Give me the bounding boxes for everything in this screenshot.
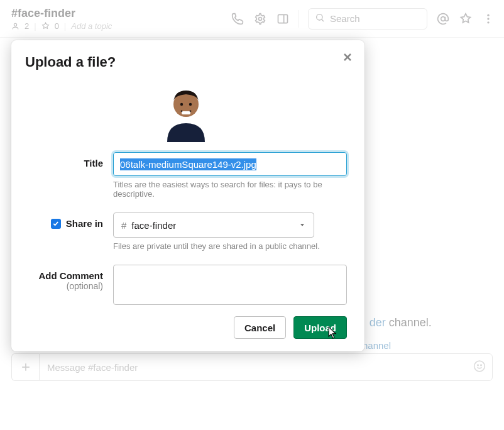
upload-file-modal: Upload a file? Title 06talk-mediumSquare… [11,40,364,351]
title-value: 06talk-mediumSquare149-v2.jpg [120,158,256,170]
title-input[interactable]: 06talk-mediumSquare149-v2.jpg [113,152,347,176]
share-checkbox[interactable] [51,219,61,229]
svg-point-22 [180,103,183,106]
share-help: Files are private until they are shared … [113,241,347,251]
comment-textarea[interactable] [113,265,347,305]
share-channel-value: face-finder [131,220,176,231]
share-row: Share in # face-finder Files are private… [25,212,347,261]
title-row: Title 06talk-mediumSquare149-v2.jpg Titl… [25,152,347,209]
modal-title: Upload a file? [25,54,347,70]
comment-row: Add Comment (optional) [25,265,347,307]
upload-button[interactable]: Upload [293,316,347,339]
hash-icon: # [121,220,126,231]
comment-label: Add Comment [39,270,104,281]
file-preview [155,79,217,142]
svg-point-23 [189,103,192,106]
svg-rect-24 [182,111,190,114]
cancel-button[interactable]: Cancel [234,316,286,339]
share-channel-select[interactable]: # face-finder [113,212,314,238]
comment-sublabel: (optional) [25,281,103,291]
title-help: Titles are the easiest ways to search fo… [113,180,347,199]
share-label: Share in [66,218,103,229]
title-label: Title [25,152,113,168]
chevron-down-icon [299,220,306,231]
modal-footer: Cancel Upload [25,316,347,339]
close-icon[interactable] [338,48,357,67]
